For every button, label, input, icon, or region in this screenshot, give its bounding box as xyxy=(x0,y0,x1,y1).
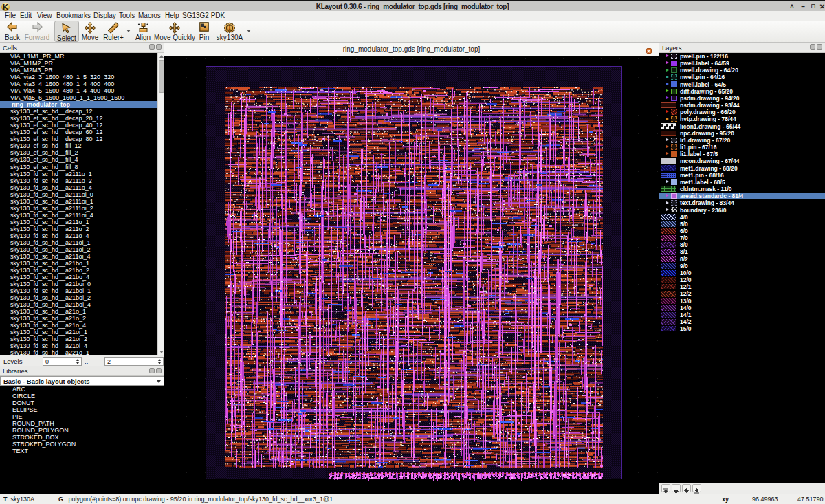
svg-text:T: T xyxy=(228,24,232,31)
